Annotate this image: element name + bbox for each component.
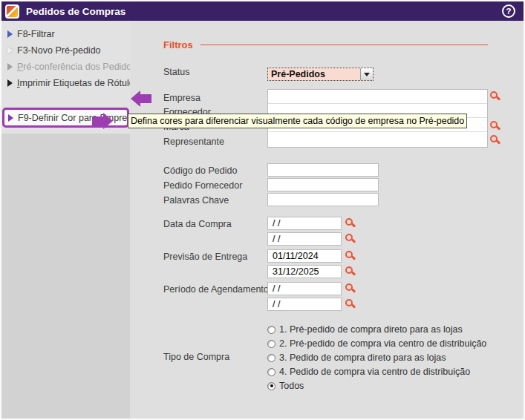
menu-arrow-icon	[8, 114, 13, 122]
sidebar-item-label: F3-Novo Pré-pedido	[17, 45, 101, 56]
representante-label: Representante	[163, 137, 224, 147]
status-selected-value: Pré-Pedidos	[268, 68, 360, 80]
sidebar-item-label: ré-conferência dos Pedidos	[23, 62, 136, 72]
app-logo-icon	[5, 4, 19, 19]
periodo-agendamento-from-input[interactable]: / /	[267, 282, 342, 295]
sidebar-item-f3-novo-pre-pedido[interactable]: F3-Novo Pré-pedido	[1, 43, 101, 58]
menu-arrow-icon	[7, 47, 13, 54]
status-label: Status	[163, 67, 189, 77]
app-window: Pedidos de Compras ? F8-Filtrar F3-Novo …	[0, 0, 525, 420]
help-icon[interactable]: ?	[502, 4, 515, 18]
radio-option-2[interactable]: 2. Pré-pedido de compra via centro de di…	[267, 338, 486, 350]
search-icon[interactable]	[345, 283, 356, 295]
codigo-pedido-label: Código do Pedido	[163, 165, 237, 176]
radio-option-4[interactable]: 4. Pedido de compra via centro de distri…	[267, 366, 470, 378]
sidebar-item-label: F9-Definir Cor para Empresa	[18, 113, 137, 123]
search-icon[interactable]	[489, 121, 500, 132]
codigo-pedido-input[interactable]	[267, 163, 379, 177]
palavras-chave-label: Palavras Chave	[163, 195, 229, 206]
pedido-fornecedor-input[interactable]	[267, 178, 379, 191]
window-title: Pedidos de Compras	[26, 6, 125, 17]
title-bar: Pedidos de Compras ?	[1, 1, 524, 21]
tipo-compra-label: Tipo de Compra	[163, 352, 229, 362]
radio-icon	[267, 354, 275, 362]
previsao-entrega-label: Previsão de Entrega	[163, 252, 247, 262]
menu-arrow-icon	[7, 79, 13, 87]
search-icon[interactable]	[345, 251, 356, 262]
radio-option-1[interactable]: 1. Pré-pedido de compra direto para as l…	[267, 324, 463, 335]
menu-arrow-icon	[7, 30, 13, 38]
sidebar-item-label: F8-Filtrar	[17, 29, 55, 39]
filters-section-title: Filtros	[163, 39, 193, 50]
radio-icon	[267, 340, 275, 348]
annotation-arrow-left-icon	[131, 91, 151, 107]
pedido-fornecedor-label: Pedido Fornecedor	[163, 180, 242, 191]
data-compra-to-input[interactable]: / /	[267, 232, 342, 246]
dropdown-button[interactable]	[360, 68, 373, 80]
sidebar-item-f8-filtrar[interactable]: F8-Filtrar	[1, 27, 55, 42]
status-dropdown[interactable]: Pré-Pedidos	[267, 68, 374, 81]
search-icon[interactable]	[345, 266, 356, 278]
search-icon[interactable]	[345, 234, 356, 245]
data-compra-label: Data da Compra	[163, 219, 232, 229]
search-icon[interactable]	[345, 299, 356, 310]
annotation-tooltip: Defina cores para diferenciar visualment…	[128, 114, 467, 128]
search-icon[interactable]	[489, 91, 500, 102]
empresa-label: Empresa	[163, 93, 200, 103]
sidebar-background	[1, 134, 130, 419]
filters-section-rule	[200, 45, 488, 45]
periodo-agendamento-to-input[interactable]: / /	[267, 298, 342, 311]
search-icon[interactable]	[489, 135, 500, 146]
radio-option-todos[interactable]: Todos	[267, 380, 304, 392]
previsao-entrega-from-input[interactable]: 01/11/2024	[267, 249, 342, 263]
sidebar-item-label: mprimir Etiquetas de Rótulo	[19, 78, 134, 88]
empresa-input[interactable]	[268, 90, 487, 104]
palavras-chave-input[interactable]	[267, 193, 379, 206]
annotation-arrow-right-icon	[92, 113, 113, 129]
representante-input[interactable]	[268, 132, 487, 146]
radio-selected-icon	[267, 382, 275, 390]
radio-icon	[267, 368, 275, 376]
data-compra-from-input[interactable]: / /	[267, 217, 342, 230]
sidebar-item-imprimir-etiquetas[interactable]: Imprimir Etiquetas de Rótulo	[1, 76, 134, 91]
search-icon[interactable]	[345, 218, 356, 229]
radio-option-3[interactable]: 3. Pedido de compra direto para as lojas	[267, 352, 446, 364]
previsao-entrega-to-input[interactable]: 31/12/2025	[267, 265, 342, 278]
menu-arrow-icon	[7, 63, 13, 70]
radio-icon	[267, 326, 275, 334]
periodo-agendamento-label: Período de Agendamento	[163, 284, 269, 295]
chevron-down-icon	[364, 73, 370, 76]
sidebar-item-pre-conferencia[interactable]: Pré-conferência dos Pedidos	[1, 59, 137, 74]
